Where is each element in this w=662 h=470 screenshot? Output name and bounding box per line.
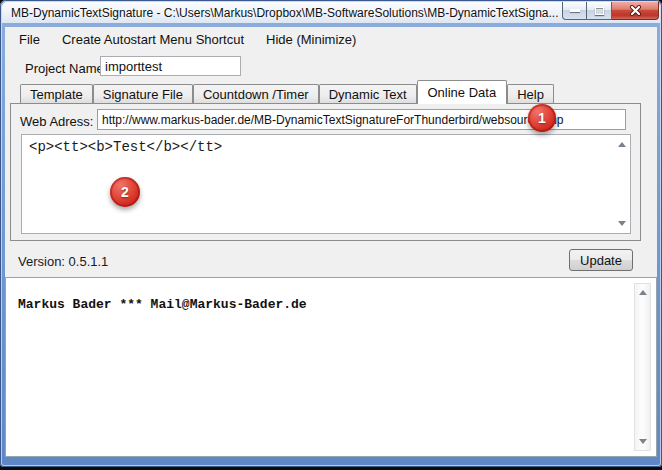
web-address-label: Web Adress: xyxy=(20,114,93,129)
tab-countdown-timer[interactable]: Countdown /Timer xyxy=(193,84,319,103)
tabstrip: Template Signature File Countdown /Timer… xyxy=(20,80,554,104)
maximize-button[interactable] xyxy=(587,2,612,20)
window-title: MB-DynamicTextSignature - C:\Users\Marku… xyxy=(2,6,559,20)
preview-scrollbar[interactable] xyxy=(634,283,651,451)
annotation-balloon-2: 2 xyxy=(110,177,140,207)
scroll-down-icon[interactable] xyxy=(618,221,626,226)
close-icon xyxy=(630,5,641,16)
annotation-balloon-1: 1 xyxy=(528,104,556,132)
menu-hide-minimize[interactable]: Hide (Minimize) xyxy=(260,29,362,50)
tab-online-data[interactable]: Online Data xyxy=(417,80,508,104)
tab-dynamic-text[interactable]: Dynamic Text xyxy=(319,84,417,103)
close-button[interactable] xyxy=(612,2,659,20)
tab-template[interactable]: Template xyxy=(20,84,93,103)
update-button[interactable]: Update xyxy=(569,249,633,271)
maximize-icon xyxy=(595,7,604,15)
screenshot: MB-DynamicTextSignature - C:\Users\Marku… xyxy=(0,0,662,470)
scroll-down-icon[interactable] xyxy=(639,439,647,444)
client-area: File Create Autostart Menu Shortcut Hide… xyxy=(5,27,657,457)
minimize-button[interactable] xyxy=(562,2,587,20)
source-text: <p><tt><b>Test</b></tt> xyxy=(29,139,222,155)
version-label: Version: 0.5.1.1 xyxy=(18,254,108,269)
signature-preview-text: Markus Bader *** Mail@Markus-Bader.de xyxy=(18,297,307,312)
caption-buttons xyxy=(562,2,659,20)
minimize-icon xyxy=(570,9,580,12)
window-frame: MB-DynamicTextSignature - C:\Users\Marku… xyxy=(0,0,662,467)
menubar: File Create Autostart Menu Shortcut Hide… xyxy=(5,27,657,51)
menu-create-autostart-shortcut[interactable]: Create Autostart Menu Shortcut xyxy=(56,29,250,50)
tab-signature-file[interactable]: Signature File xyxy=(93,84,193,103)
scroll-up-icon[interactable] xyxy=(618,142,626,147)
project-name-label: Project Name: xyxy=(25,61,107,76)
tab-help[interactable]: Help xyxy=(507,84,554,103)
menu-file[interactable]: File xyxy=(13,29,46,50)
scroll-up-icon[interactable] xyxy=(639,290,647,295)
signature-preview: Markus Bader *** Mail@Markus-Bader.de xyxy=(5,277,657,457)
project-name-input[interactable] xyxy=(100,56,241,76)
